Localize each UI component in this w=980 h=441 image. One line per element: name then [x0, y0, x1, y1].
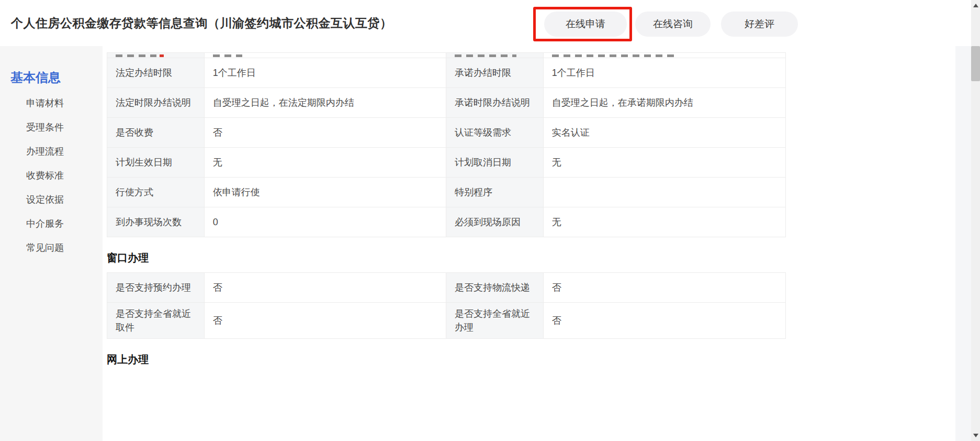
section-title-online-service: 网上办理	[107, 352, 955, 367]
field-label: 是否支持预约办理	[107, 273, 205, 302]
header-bar: 个人住房公积金缴存贷款等信息查询（川渝签约城市公积金互认互贷） 在线申请 在线咨…	[0, 0, 971, 46]
rating-button[interactable]: 好差评	[721, 12, 798, 37]
table-row: 到办事现场次数 0 必须到现场原因 无	[107, 207, 785, 237]
field-value: 否	[544, 273, 785, 302]
table-row: 计划生效日期 无 计划取消日期 无	[107, 148, 785, 178]
table-row: 法定时限办结说明 自受理之日起，在法定期限内办结 承诺时限办结说明 自受理之日起…	[107, 88, 785, 118]
field-value: 1个工作日	[205, 58, 446, 87]
table-row: 是否收费 否 认证等级需求 实名认证	[107, 118, 785, 148]
vertical-scrollbar[interactable]	[971, 0, 980, 441]
online-consult-button[interactable]: 在线咨询	[635, 12, 711, 37]
field-value: 0	[205, 207, 446, 237]
field-label: 承诺办结时限	[446, 58, 544, 87]
field-label: 认证等级需求	[446, 118, 544, 147]
page-title: 个人住房公积金缴存贷款等信息查询（川渝签约城市公积金互认互贷）	[11, 0, 392, 46]
scrollbar-thumb[interactable]	[971, 46, 980, 81]
field-label: 行使方式	[107, 178, 205, 207]
online-apply-button[interactable]: 在线申请	[544, 12, 627, 37]
partial-row	[107, 53, 785, 58]
field-label: 是否支持全省就近取件	[107, 303, 205, 338]
scroll-down-icon[interactable]	[971, 431, 980, 440]
main-content: 法定办结时限 1个工作日 承诺办结时限 1个工作日 法定时限办结说明 自受理之日…	[103, 46, 955, 441]
field-value: 无	[544, 148, 785, 177]
page: 个人住房公积金缴存贷款等信息查询（川渝签约城市公积金互认互贷） 在线申请 在线咨…	[0, 0, 980, 441]
partial-label-cell	[107, 53, 205, 58]
table-row: 是否支持预约办理 否 是否支持物流快递 否	[107, 273, 785, 303]
field-label: 是否支持全省就近办理	[446, 303, 544, 338]
sidebar-nav: 基本信息 申请材料 受理条件 办理流程 收费标准 设定依据 中介服务 常见问题	[0, 46, 103, 441]
field-label: 承诺时限办结说明	[446, 88, 544, 117]
field-value: 实名认证	[544, 118, 785, 147]
scroll-up-icon[interactable]	[971, 1, 980, 10]
field-value: 依申请行使	[205, 178, 446, 207]
sidebar-item-application-materials[interactable]: 申请材料	[26, 98, 103, 109]
sidebar-item-intermediary-service[interactable]: 中介服务	[26, 218, 103, 229]
basic-info-table: 法定办结时限 1个工作日 承诺办结时限 1个工作日 法定时限办结说明 自受理之日…	[107, 52, 786, 237]
sidebar-item-faq[interactable]: 常见问题	[26, 242, 103, 253]
field-value: 自受理之日起，在承诺期限内办结	[544, 88, 785, 117]
partial-label-cell	[446, 53, 544, 58]
table-row: 行使方式 依申请行使 特别程序	[107, 178, 785, 207]
sidebar-item-process[interactable]: 办理流程	[26, 146, 103, 157]
field-value: 否	[205, 273, 446, 302]
content-right-gutter	[955, 46, 971, 441]
field-label: 是否支持物流快递	[446, 273, 544, 302]
field-label: 法定办结时限	[107, 58, 205, 87]
window-service-table: 是否支持预约办理 否 是否支持物流快递 否 是否支持全省就近取件 否 是否支持全…	[107, 272, 786, 339]
field-label: 必须到现场原因	[446, 207, 544, 237]
field-label: 特别程序	[446, 178, 544, 207]
field-value: 无	[544, 207, 785, 237]
sidebar-item-basic-info[interactable]: 基本信息	[10, 70, 103, 85]
field-value: 自受理之日起，在法定期限内办结	[205, 88, 446, 117]
field-value: 否	[205, 118, 446, 147]
field-label: 计划取消日期	[446, 148, 544, 177]
field-label: 计划生效日期	[107, 148, 205, 177]
partial-value-cell	[544, 53, 785, 58]
field-label: 到办事现场次数	[107, 207, 205, 237]
field-value: 无	[205, 148, 446, 177]
section-title-window-service: 窗口办理	[107, 251, 955, 265]
field-value: 1个工作日	[544, 58, 785, 87]
field-value	[544, 178, 785, 207]
field-label: 法定时限办结说明	[107, 88, 205, 117]
sidebar-item-fee-standard[interactable]: 收费标准	[26, 170, 103, 181]
table-row: 是否支持全省就近取件 否 是否支持全省就近办理 否	[107, 303, 785, 339]
field-label: 是否收费	[107, 118, 205, 147]
field-value: 否	[205, 303, 446, 338]
table-row: 法定办结时限 1个工作日 承诺办结时限 1个工作日	[107, 58, 785, 88]
sidebar-item-acceptance-conditions[interactable]: 受理条件	[26, 122, 103, 133]
sidebar-item-legal-basis[interactable]: 设定依据	[26, 194, 103, 205]
field-value: 否	[544, 303, 785, 338]
partial-value-cell	[205, 53, 446, 58]
